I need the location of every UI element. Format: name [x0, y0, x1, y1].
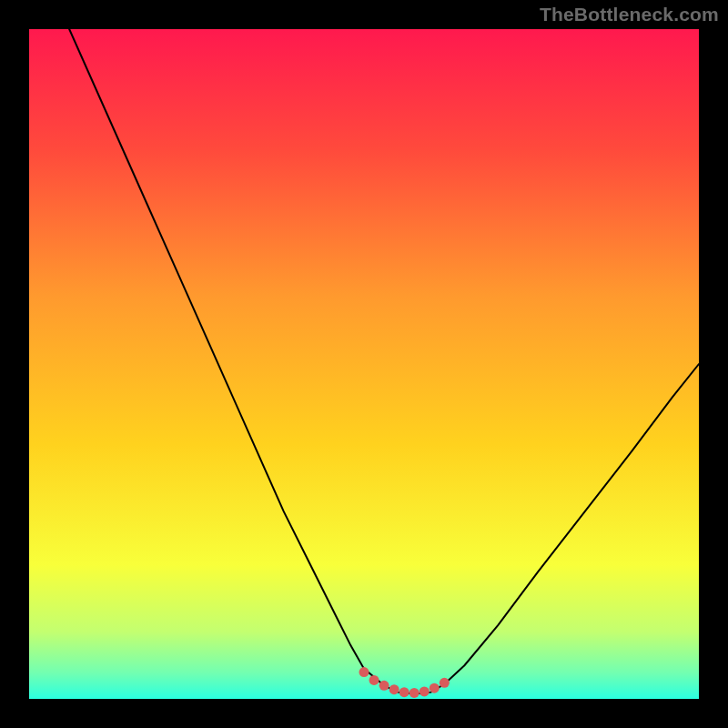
marker-dot: [359, 667, 369, 677]
chart-svg: [29, 29, 699, 699]
marker-dot: [389, 684, 399, 694]
marker-dot: [379, 681, 389, 691]
marker-dot: [399, 687, 410, 697]
marker-dot: [440, 678, 450, 688]
chart-container: TheBottleneck.com: [0, 0, 728, 728]
marker-dot: [430, 683, 440, 693]
plot-area: [29, 29, 699, 699]
marker-dot: [410, 688, 420, 698]
watermark-text: TheBottleneck.com: [540, 4, 719, 25]
gradient-background: [29, 29, 699, 699]
marker-dot: [420, 686, 430, 696]
marker-dot: [369, 675, 379, 685]
